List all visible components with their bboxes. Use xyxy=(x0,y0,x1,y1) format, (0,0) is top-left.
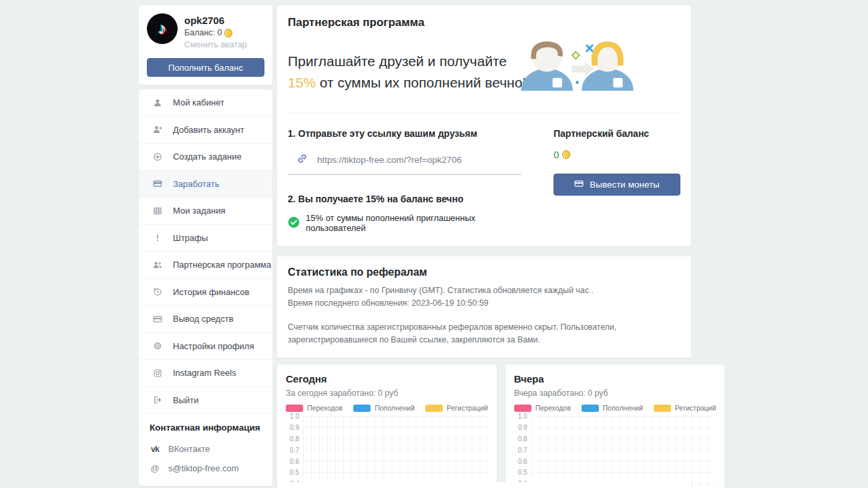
step2-note-row: 15% от суммы пополнений приглашенных пол… xyxy=(288,213,521,233)
sidebar: ♪ opk2706 Баланс: 0 Сменить аватар Попол… xyxy=(139,5,272,486)
legend-label: Переходов xyxy=(307,404,343,412)
chart-title: Сегодня xyxy=(286,373,488,385)
contact-item-email[interactable]: @s@tiktop-free.com xyxy=(150,459,262,478)
referral-link-section: 1. Отправьте эту ссылку вашим друзьям ht… xyxy=(288,128,521,233)
legend-item[interactable]: Регистраций xyxy=(425,404,488,412)
sidebar-item-label: Настройки профиля xyxy=(173,341,254,351)
y-tick-label: 0.7 xyxy=(290,446,299,453)
sidebar-menu-items: Мой кабинетДобавить аккаунтСоздать задан… xyxy=(139,89,272,414)
coin-icon xyxy=(562,150,570,159)
chart-title: Вчера xyxy=(514,373,716,385)
sidebar-item-label: Партнерская программа xyxy=(173,260,271,270)
contact-title: Контактная информация xyxy=(150,423,262,433)
referral-link-field[interactable]: https://tiktop-free.com/?ref=opk2706 xyxy=(288,154,521,175)
link-icon xyxy=(297,154,307,166)
sidebar-item-add-account[interactable]: Добавить аккаунт xyxy=(139,117,272,144)
contact-item-label: s@tiktop-free.com xyxy=(168,463,239,473)
hero-highlight: 15% xyxy=(288,75,316,90)
legend-item[interactable]: Переходов xyxy=(286,404,343,412)
partner-balance-section: Партнерский баланс 0 Вывести монеты xyxy=(554,128,680,233)
sidebar-item-partner-program[interactable]: Партнерская программа xyxy=(139,252,272,279)
legend-label: Пополнений xyxy=(603,404,643,412)
sidebar-item-logout[interactable]: Выйти xyxy=(139,387,272,415)
vk-icon: vk xyxy=(150,445,160,454)
credit-card-icon xyxy=(152,314,163,324)
y-tick-label: 0.8 xyxy=(518,435,527,443)
legend-label: Пополнений xyxy=(375,404,415,412)
gear-icon xyxy=(152,341,163,350)
referral-illustration-icon xyxy=(515,31,639,101)
page-title: Партнерская программа xyxy=(288,16,680,29)
sidebar-item-profile-settings[interactable]: Настройки профиля xyxy=(139,333,272,360)
legend-item[interactable]: Пополнений xyxy=(353,404,415,412)
contact-item-label: ВКонтакте xyxy=(168,444,210,454)
contact-item-vkontakte[interactable]: vkВКонтакте xyxy=(150,439,262,459)
y-tick-label: 1.0 xyxy=(518,413,527,420)
chart-legend: ПереходовПополненийРегистраций xyxy=(514,404,716,412)
credit-card-icon xyxy=(574,179,584,190)
sidebar-item-finance-history[interactable]: История финансов xyxy=(139,279,272,306)
stats-line-1: Время на графиках - по Гринвичу (GMT). С… xyxy=(288,284,680,297)
plus-circle-icon xyxy=(152,152,163,162)
sidebar-item-label: Мой кабинет xyxy=(173,97,224,107)
sidebar-item-label: Создать задание xyxy=(173,152,242,162)
sidebar-item-label: Заработать xyxy=(173,179,219,189)
sidebar-item-withdraw-funds[interactable]: Вывод средств xyxy=(139,306,272,333)
change-avatar-link[interactable]: Сменить аватар xyxy=(184,40,247,49)
stats-line-2: Время последнего обновления: 2023-06-19 … xyxy=(288,297,680,310)
y-tick-label: 0.7 xyxy=(518,446,527,453)
exclamation-icon xyxy=(152,233,163,242)
y-tick-label: 1.0 xyxy=(290,413,299,420)
contact-section: Контактная информация vkВКонтакте@s@tikt… xyxy=(139,414,272,483)
chart-body: 1.00.90.80.70.60.50.40.30.20.10 xyxy=(514,416,716,488)
withdraw-coins-button[interactable]: Вывести монеты xyxy=(554,174,680,196)
check-circle-icon xyxy=(288,216,300,230)
legend-swatch xyxy=(425,405,443,412)
legend-item[interactable]: Переходов xyxy=(514,404,571,412)
sidebar-item-earn[interactable]: Заработать xyxy=(139,171,272,198)
plot-area xyxy=(531,416,716,488)
history-icon xyxy=(152,287,163,296)
chart-card-today: СегодняЗа сегодня заработано: 0 рубПерех… xyxy=(277,364,497,488)
legend-label: Регистраций xyxy=(447,404,488,412)
hero-text: Приглашайте друзей и получайте 15% от су… xyxy=(288,51,538,93)
username: opk2706 xyxy=(184,13,247,26)
sidebar-item-my-tasks[interactable]: Мои задания xyxy=(139,198,272,225)
y-tick-label: 0.6 xyxy=(518,457,527,465)
withdraw-coins-label: Вывести монеты xyxy=(590,180,660,190)
tiktok-avatar[interactable]: ♪ xyxy=(147,13,178,44)
y-tick-label: 0.5 xyxy=(518,469,527,476)
partner-balance-title: Партнерский баланс xyxy=(554,128,680,139)
balance-label: Баланс: 0 xyxy=(184,28,222,37)
legend-label: Переходов xyxy=(535,404,571,412)
sidebar-item-label: Выйти xyxy=(173,395,199,405)
profile-info: opk2706 Баланс: 0 Сменить аватар xyxy=(184,13,247,49)
contact-items: vkВКонтакте@s@tiktop-free.com xyxy=(150,439,262,478)
chart-subtitle: За сегодня заработано: 0 руб xyxy=(286,389,488,398)
sidebar-item-create-task[interactable]: Создать задание xyxy=(139,144,272,171)
chart-subtitle: Вчера заработано: 0 руб xyxy=(514,389,716,398)
legend-label: Регистраций xyxy=(675,404,716,412)
legend-swatch xyxy=(286,405,303,412)
users-icon xyxy=(152,260,163,270)
sidebar-item-instagram-reels[interactable]: Instagram Reels xyxy=(139,360,272,387)
divider xyxy=(288,113,680,113)
legend-item[interactable]: Пополнений xyxy=(582,404,643,412)
sidebar-item-label: Вывод средств xyxy=(173,314,234,324)
next-card-sliver xyxy=(277,482,691,488)
y-tick-label: 0.8 xyxy=(290,435,299,443)
table-icon xyxy=(152,206,163,216)
hero-text-before: Приглашайте друзей и получайте xyxy=(288,53,507,69)
legend-swatch xyxy=(353,405,371,412)
user-plus-icon xyxy=(152,125,163,134)
partner-balance-amount: 0 xyxy=(554,149,559,160)
y-tick-label: 0.9 xyxy=(290,424,299,431)
tiktok-note-icon: ♪ xyxy=(158,21,166,37)
sidebar-item-penalties[interactable]: Штрафы xyxy=(139,225,272,252)
topup-balance-button[interactable]: Пополнить баланс xyxy=(147,58,264,77)
legend-item[interactable]: Регистраций xyxy=(654,404,716,412)
main-content: Партнерская программа Приглашайте друзей… xyxy=(277,5,691,488)
sidebar-item-my-cabinet[interactable]: Мой кабинет xyxy=(139,89,272,117)
referral-link-text: https://tiktop-free.com/?ref=opk2706 xyxy=(317,155,462,165)
chart-card-yesterday: ВчераВчера заработано: 0 рубПереходовПоп… xyxy=(505,364,725,488)
